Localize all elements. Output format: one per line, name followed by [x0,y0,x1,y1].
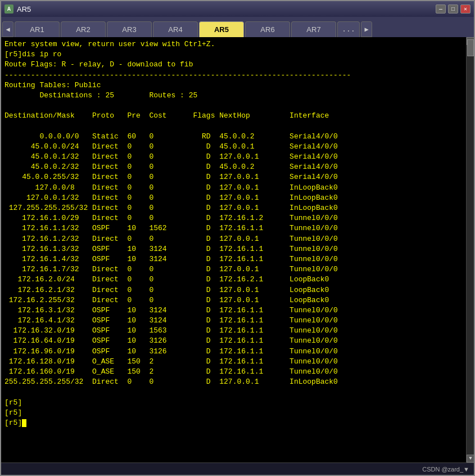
terminal-content[interactable]: Enter system view, return user view with… [1,37,466,462]
close-button[interactable]: ✕ [460,5,471,14]
maximize-button[interactable]: □ [448,5,458,14]
app-icon: A [4,5,13,14]
title-controls: — □ ✕ [436,5,471,14]
tab-more[interactable]: ... [337,21,360,37]
tab-ar2[interactable]: AR2 [61,21,106,37]
scrollbar[interactable]: ▲ ▼ [466,37,474,462]
tab-ar4[interactable]: AR4 [153,21,198,37]
title-bar: A AR5 — □ ✕ [1,1,474,17]
window-title: AR5 [17,5,31,14]
status-arrow: ▼ [463,466,469,473]
status-bar: CSDN @zard_ ▼ [1,462,474,475]
terminal-cursor [22,419,26,427]
tab-prev-arrow[interactable]: ◀ [2,21,13,37]
tab-next-arrow[interactable]: ▶ [361,21,372,37]
title-bar-left: A AR5 [4,5,31,14]
tab-ar6[interactable]: AR6 [245,21,290,37]
minimize-button[interactable]: — [436,5,446,14]
main-window: A AR5 — □ ✕ ◀ AR1 AR2 AR3 AR4 AR5 AR6 AR… [0,0,475,476]
terminal-area: Enter system view, return user view with… [1,37,474,462]
tab-ar5[interactable]: AR5 [199,21,244,37]
scrollbar-thumb[interactable] [467,39,474,56]
scrollbar-down-arrow[interactable]: ▼ [467,455,474,462]
tab-ar1[interactable]: AR1 [15,21,60,37]
tab-ar3[interactable]: AR3 [107,21,152,37]
status-text: CSDN @zard_ [422,466,463,473]
tab-bar: ◀ AR1 AR2 AR3 AR4 AR5 AR6 AR7 ... ▶ [1,17,474,37]
tab-ar7[interactable]: AR7 [291,21,336,37]
